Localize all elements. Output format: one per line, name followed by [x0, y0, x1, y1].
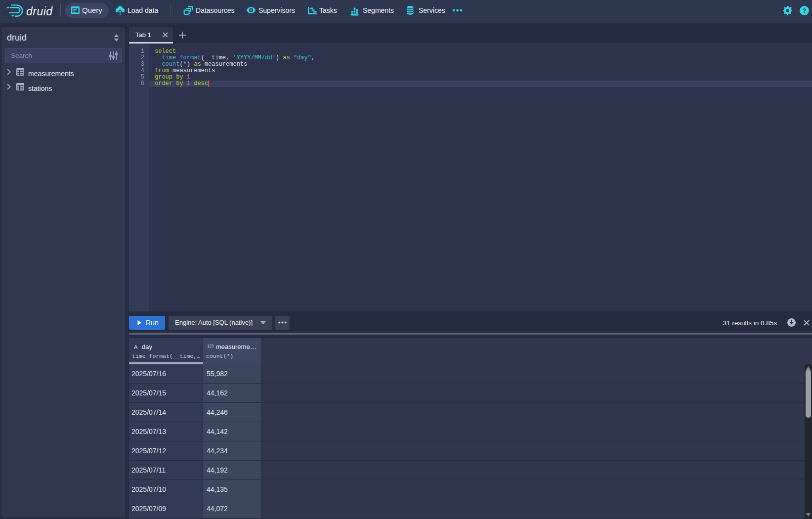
- svg-text:?: ?: [803, 7, 807, 14]
